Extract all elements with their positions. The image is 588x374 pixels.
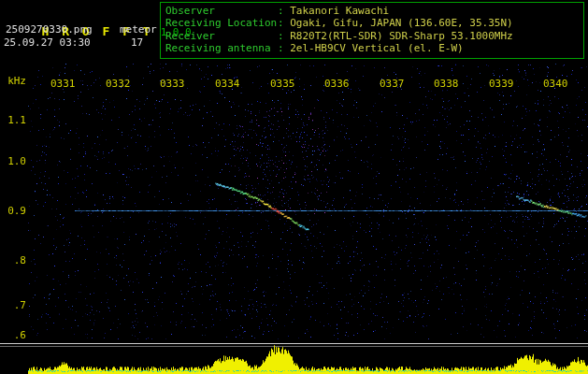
info-separator: : <box>278 42 290 54</box>
y-tick-label: 1.0 <box>2 155 26 167</box>
info-value: Ogaki, Gifu, JAPAN (136.60E, 35.35N) <box>290 17 512 29</box>
x-tick-label: 0332 <box>106 78 131 90</box>
info-label: Receiving Location <box>165 17 278 29</box>
y-tick-label: .7 <box>2 299 26 311</box>
info-separator: : <box>278 5 290 17</box>
x-tick-label: 0337 <box>380 78 405 90</box>
info-label: Receiver <box>165 30 278 42</box>
x-tick-label: 0335 <box>270 78 295 90</box>
echo-count: 17 <box>131 36 143 49</box>
capture-datetime: 25.09.27 03:30 <box>4 36 91 49</box>
info-row-antenna: Receiving antenna: 2el-HB9CV Vertical (e… <box>165 42 579 54</box>
info-value: Takanori Kawachi <box>290 5 389 17</box>
info-value: R820T2(RTL-SDR) SDR-Sharp 53.1000MHz <box>290 30 512 42</box>
y-tick-label: .8 <box>2 254 26 266</box>
x-tick-label: 0334 <box>215 78 240 90</box>
info-value: 2el-HB9CV Vertical (el. E-W) <box>290 42 463 54</box>
info-label: Observer <box>165 5 278 17</box>
info-separator: : <box>278 17 290 29</box>
freq-unit: kHz <box>2 75 26 87</box>
x-tick-label: 0331 <box>50 78 76 90</box>
x-tick-label: 0336 <box>324 78 350 90</box>
capture-mode: meteor <box>120 23 157 36</box>
y-tick-label: 0.9 <box>2 205 26 217</box>
info-separator: : <box>278 30 290 42</box>
x-tick-label: 0338 <box>434 78 459 90</box>
y-tick-label: .6 <box>2 329 26 341</box>
info-label: Receiving antenna <box>165 42 278 54</box>
info-row-receiver: Receiver: R820T2(RTL-SDR) SDR-Sharp 53.1… <box>165 30 579 42</box>
x-tick-label: 0333 <box>160 78 185 90</box>
filename-label: 2509270330.png <box>6 23 93 36</box>
y-tick-label: 1.1 <box>2 114 26 126</box>
info-row-location: Receiving Location: Ogaki, Gifu, JAPAN (… <box>165 17 579 29</box>
x-tick-label: 0339 <box>489 78 514 90</box>
x-tick-label: 0340 <box>543 78 568 90</box>
info-row-observer: Observer: Takanori Kawachi <box>165 5 579 17</box>
observer-info-panel: Observer: Takanori Kawachi Receiving Loc… <box>160 2 584 59</box>
hrofft-screen: H R O F F T1.0.0 2509270330.png meteor 2… <box>0 0 588 374</box>
